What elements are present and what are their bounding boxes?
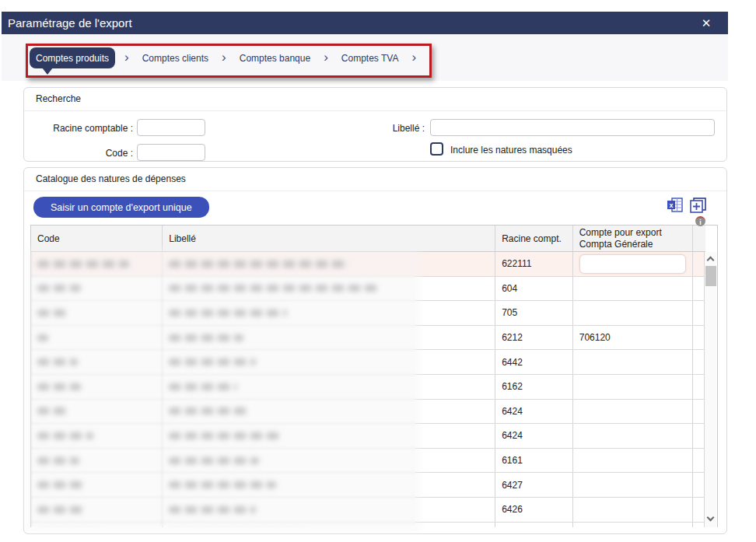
divider [24,110,726,111]
cell-compte-export [573,252,693,276]
cell-racine-compt: 6442 [495,350,573,374]
cell-compte-export [573,400,693,424]
catalogue-panel-title: Catalogue des natures de dépenses [36,173,186,184]
cell-code [31,498,163,522]
redacted-libelle-text [169,407,250,414]
cell-racine-compt: 6426 [495,498,573,522]
column-header-libelle[interactable]: Libellé [163,226,495,251]
search-panel-title: Recherche [36,93,81,104]
redacted-code-text [37,309,70,316]
code-input[interactable] [137,144,205,161]
tab-comptes-produits[interactable]: Comptes produits [30,47,115,68]
close-icon[interactable]: ✕ [695,12,717,34]
redacted-code-text [37,457,79,464]
cell-libelle [163,350,495,374]
column-header-racine[interactable]: Racine compt. [495,226,573,251]
cell-compte-export [573,449,693,473]
chevron-right-icon: › [124,51,129,64]
column-header-filler [693,226,705,251]
cell-libelle [163,400,495,424]
cell-compte-export [573,424,693,448]
divider [24,191,726,191]
cell-racine-compt: 705 [495,301,573,325]
table-row[interactable]: 6442 [31,350,705,375]
table-row[interactable]: 6424 [31,424,705,449]
excel-export-icon[interactable]: x [666,196,684,215]
wizard-steps: ›Comptes clients›Comptes banque›Comptes … [124,47,416,68]
vertical-scrollbar[interactable] [704,252,717,527]
cell-racine-compt: 6424 [495,400,573,424]
table-row[interactable]: 6161 [31,449,705,474]
tab-comptes-tva[interactable]: Comptes TVA [341,53,399,64]
tab-comptes-clients[interactable]: Comptes clients [142,53,208,64]
redacted-libelle-text [169,432,281,439]
chevron-right-icon: › [324,51,328,64]
export-account-input[interactable] [579,254,686,274]
cell-racine-compt: 6162 [495,375,573,399]
racine-comptable-input[interactable] [137,119,205,136]
column-header-export[interactable]: Compte pour export Compta Générale [573,226,693,251]
info-icon[interactable]: i [695,216,705,226]
redacted-libelle-text [169,334,243,341]
libelle-input[interactable] [430,119,715,136]
redacted-code-text [37,506,86,513]
redacted-code-text [37,383,81,390]
include-masked-checkbox[interactable] [430,142,443,156]
cell-compte-export [573,498,693,522]
include-masked-label: Inclure les natures masquées [450,145,572,156]
table-row[interactable]: 6424 [31,400,705,425]
unique-export-account-button[interactable]: Saisir un compte d'export unique [33,197,209,218]
tab-comptes-banque[interactable]: Comptes banque [240,53,310,64]
dialog-titlebar: Paramétrage de l'export ✕ [2,12,728,34]
wizard-step-strip: Comptes produits ›Comptes clients›Compte… [2,34,728,81]
table-row[interactable]: 622211706120 [31,523,705,527]
cell-compte-export [573,277,693,301]
cell-libelle [163,449,495,473]
redacted-libelle-text [169,358,256,365]
table-row[interactable]: 6212706120 [31,326,705,351]
code-label: Code : [32,148,133,159]
chevron-right-icon: › [222,51,226,64]
redacted-code-text [37,334,48,341]
cell-libelle [163,326,495,350]
table-row[interactable]: 604 [31,277,705,302]
scroll-up-icon[interactable] [708,255,714,261]
cell-compte-export: 706120 [573,523,693,527]
redacted-code-text [37,481,86,488]
redacted-libelle-text [169,457,259,464]
redacted-libelle-text [169,285,380,292]
table-row[interactable]: 6162 [31,375,705,400]
redacted-libelle-text [169,309,287,316]
column-header-code[interactable]: Code [31,226,163,251]
libelle-label: Libellé : [378,123,425,134]
svg-text:x: x [669,201,673,209]
export-settings-dialog: Paramétrage de l'export ✕ Comptes produi… [0,0,756,542]
cell-code [31,326,163,350]
cell-code [31,523,163,527]
scroll-down-icon[interactable] [708,515,714,521]
table-row[interactable]: 6427 [31,473,705,498]
add-entry-icon[interactable] [689,197,707,215]
cell-compte-export [573,375,693,399]
scrollbar-thumb[interactable] [705,266,716,286]
cell-libelle [163,523,495,527]
dialog-title: Paramétrage de l'export [2,16,132,30]
redacted-code-text [37,432,93,439]
table-row[interactable]: 622111 [31,252,705,277]
redacted-code-text [37,358,78,365]
cell-racine-compt: 6212 [495,326,573,350]
search-panel: Recherche Racine comptable : Code : Libe… [23,87,727,162]
table-row[interactable]: 705 [31,301,705,326]
cell-libelle [163,498,495,522]
cell-libelle [163,277,495,301]
redacted-code-text [37,261,129,268]
cell-libelle [163,375,495,399]
table-body: 6221116047056212706120644261626424642461… [31,252,705,527]
cell-racine-compt: 6427 [495,473,573,497]
cell-libelle [163,301,495,325]
cell-racine-compt: 604 [495,277,573,301]
redacted-libelle-text [169,481,276,488]
cell-racine-compt: 6161 [495,449,573,473]
chevron-right-icon: › [411,51,416,64]
table-row[interactable]: 6426 [31,498,705,523]
